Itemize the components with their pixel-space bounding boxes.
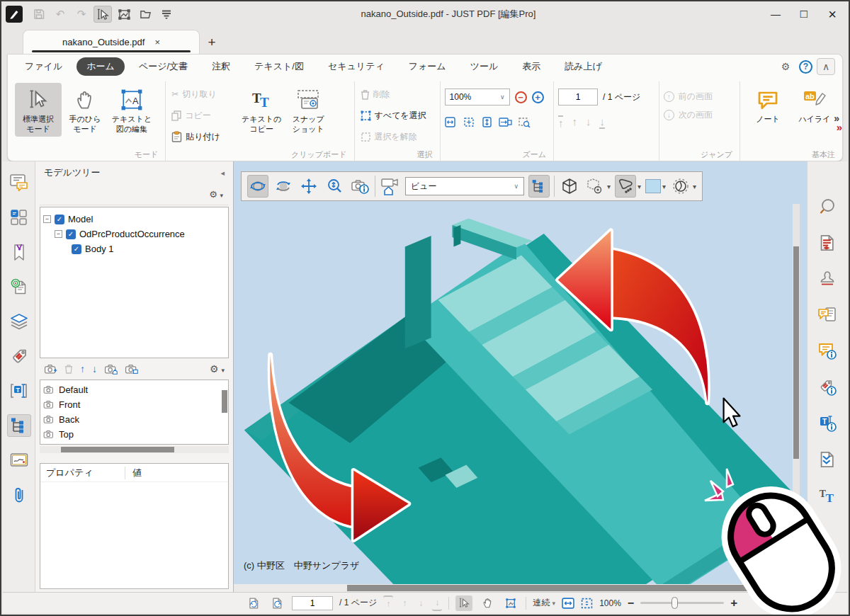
- background-color-swatch[interactable]: [645, 179, 661, 193]
- ribbon-tab-form[interactable]: フォーム: [399, 57, 456, 76]
- views-gear-icon[interactable]: ⚙ ▾: [210, 363, 225, 375]
- copy-button[interactable]: コピー: [171, 107, 237, 124]
- first-page-icon[interactable]: ↑: [558, 115, 564, 129]
- actual-size-icon[interactable]: [499, 117, 512, 127]
- ribbon-tab-home[interactable]: ホーム: [76, 57, 125, 76]
- delete-view-icon[interactable]: [64, 364, 73, 374]
- model-tree-panel-icon[interactable]: [7, 414, 31, 437]
- save-icon[interactable]: [30, 6, 48, 23]
- lighting-dropdown-icon[interactable]: ▾: [693, 183, 696, 190]
- move-down-icon[interactable]: ↓: [92, 363, 97, 375]
- status-hand-tool-icon[interactable]: [479, 595, 496, 611]
- view-item-top[interactable]: Top: [43, 427, 225, 442]
- fit-width-icon[interactable]: [445, 117, 457, 127]
- search-icon[interactable]: [815, 195, 839, 218]
- text-info-icon[interactable]: T: [815, 412, 839, 435]
- edit-object-icon[interactable]: [115, 6, 133, 23]
- close-button[interactable]: ×: [820, 5, 844, 23]
- fit-page-icon[interactable]: [463, 117, 475, 127]
- comments-panel-icon[interactable]: [7, 171, 31, 194]
- expander-icon[interactable]: −: [43, 215, 51, 223]
- layers-icon[interactable]: [7, 310, 31, 333]
- tag-info-icon[interactable]: [815, 376, 839, 399]
- hand-mode-button[interactable]: 手のひら モード: [62, 83, 108, 137]
- move-up-icon[interactable]: ↑: [80, 363, 85, 375]
- checkbox-checked[interactable]: ✓: [66, 229, 76, 239]
- delete-button[interactable]: 削除: [361, 86, 434, 103]
- menu-icon[interactable]: [157, 6, 176, 23]
- page-number-input[interactable]: [558, 89, 598, 105]
- status-edit-tool-icon[interactable]: [502, 595, 519, 611]
- collapse-ribbon-icon[interactable]: ∧: [817, 58, 835, 75]
- view-item-back[interactable]: Back: [43, 412, 225, 427]
- comment-info-icon[interactable]: [815, 340, 839, 363]
- prev-page-icon[interactable]: ↑: [400, 595, 409, 611]
- maximize-button[interactable]: □: [792, 5, 816, 23]
- redo-icon[interactable]: ↷: [72, 6, 91, 23]
- views-vertical-scrollbar[interactable]: [222, 390, 227, 413]
- last-page-icon[interactable]: ↓: [432, 595, 442, 611]
- redaction-icon[interactable]: [815, 232, 839, 254]
- new-tab-button[interactable]: +: [200, 31, 224, 54]
- ribbon-tab-annotation[interactable]: 注釈: [202, 57, 240, 76]
- add-view-icon[interactable]: [44, 364, 57, 375]
- ribbon-tab-text-figure[interactable]: テキスト/図: [244, 57, 314, 76]
- checkbox-checked[interactable]: ✓: [72, 244, 81, 254]
- views-horizontal-scrollbar[interactable]: [40, 446, 229, 453]
- view-item-default[interactable]: Default: [43, 382, 225, 397]
- zoom-in-button[interactable]: +: [532, 91, 544, 103]
- document-tab[interactable]: nakano_Outside.pdf ×: [23, 30, 200, 54]
- attachments-icon[interactable]: [7, 484, 31, 506]
- expander-icon[interactable]: −: [55, 230, 62, 238]
- ribbon-tab-file[interactable]: ファイル: [15, 57, 72, 76]
- tree-item-occurrence[interactable]: − ✓ OdPrcProductOccurrence: [43, 227, 225, 241]
- checkbox-checked[interactable]: ✓: [55, 215, 64, 224]
- select-all-button[interactable]: すべてを選択: [361, 107, 434, 124]
- prev-page-icon[interactable]: ↑: [572, 115, 577, 129]
- tags-icon[interactable]: [7, 345, 31, 367]
- orbit-tool-icon[interactable]: [247, 175, 268, 198]
- spin-tool-icon[interactable]: [273, 175, 294, 198]
- layout-mode-dropdown[interactable]: 連続 ▾: [533, 597, 555, 609]
- open-file-icon[interactable]: [136, 6, 154, 23]
- standard-select-mode-button[interactable]: 標準選択 モード: [15, 83, 62, 137]
- tree-options-gear-icon[interactable]: ⚙ ▾: [209, 189, 223, 200]
- background-dropdown-icon[interactable]: ▾: [662, 183, 666, 190]
- page-thumbnails-icon[interactable]: [7, 206, 31, 229]
- section-dropdown-icon[interactable]: ▾: [638, 183, 641, 190]
- next-page-icon[interactable]: ↓: [586, 115, 591, 129]
- panel-collapse-icon[interactable]: ◂: [220, 169, 225, 178]
- tree-item-model[interactable]: − ✓ Model: [43, 212, 225, 227]
- zoom-slider-knob[interactable]: [672, 597, 678, 609]
- view-combobox[interactable]: ビュー ∨: [405, 177, 524, 195]
- projection-cube-icon[interactable]: [559, 175, 580, 198]
- destinations-icon[interactable]: [7, 275, 31, 298]
- ribbon-tab-readaloud[interactable]: 読み上げ: [555, 57, 612, 76]
- view-item-front[interactable]: Front: [43, 397, 225, 412]
- ribbon-overflow-icon[interactable]: »: [837, 121, 842, 133]
- minimize-button[interactable]: —: [764, 5, 788, 23]
- snapshot-button[interactable]: スナップ ショット: [285, 83, 332, 137]
- status-fit-page-icon[interactable]: [581, 598, 593, 609]
- bookmarks-icon[interactable]: [7, 241, 31, 263]
- comment-list-icon[interactable]: [815, 304, 839, 326]
- ribbon-tab-security[interactable]: セキュリティ: [318, 57, 395, 76]
- edit-text-figure-button[interactable]: A テキストと 図の編集: [108, 83, 155, 137]
- zoom-level-combobox[interactable]: 100% ∨: [445, 89, 510, 105]
- stamp-icon[interactable]: [815, 268, 839, 290]
- set-view-icon[interactable]: [125, 364, 138, 375]
- marquee-zoom-icon[interactable]: [518, 117, 531, 127]
- deselect-button[interactable]: 選択を解除: [361, 128, 434, 145]
- rotate-right-icon[interactable]: [268, 595, 285, 611]
- undo-icon[interactable]: ↶: [51, 6, 69, 23]
- status-page-input[interactable]: [292, 596, 333, 610]
- tree-item-body[interactable]: ✓ Body 1: [43, 241, 225, 256]
- ribbon-tab-page[interactable]: ページ/文書: [129, 57, 198, 76]
- render-mode-icon[interactable]: [584, 175, 606, 198]
- paste-button[interactable]: 貼り付け: [171, 128, 237, 145]
- signatures-panel-icon[interactable]: [7, 449, 31, 472]
- last-page-icon[interactable]: ↓: [599, 115, 605, 129]
- content-text-icon[interactable]: T: [7, 380, 31, 402]
- rotate-left-icon[interactable]: [245, 595, 262, 611]
- model-tree-toggle-icon[interactable]: [528, 175, 550, 198]
